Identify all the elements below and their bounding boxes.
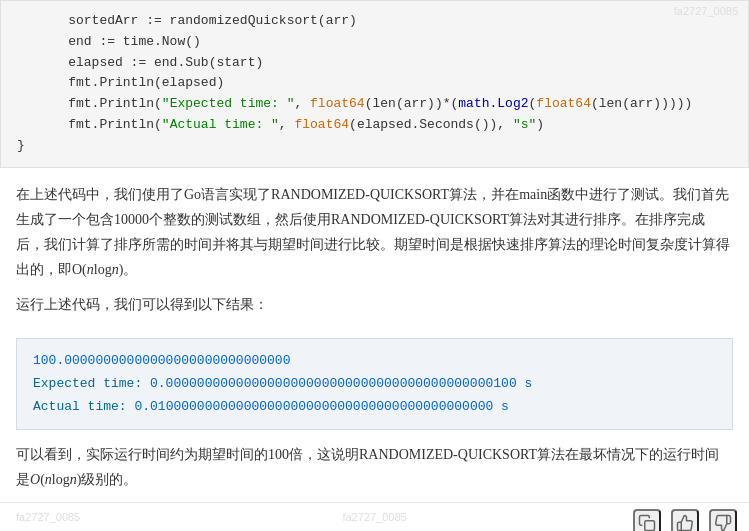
code-line-4: fmt.Println(elapsed) <box>17 73 732 94</box>
output-line-2: Expected time: 0.00000000000000000000000… <box>33 372 716 395</box>
code-line-1: sortedArr := randomizedQuicksort(arr) <box>17 11 732 32</box>
code-line-5: fmt.Println("Expected time: ", float64(l… <box>17 94 732 115</box>
description-section-1: 在上述代码中，我们使用了Go语言实现了RANDOMIZED-QUICKSORT算… <box>0 168 749 338</box>
watermark-bottom-center: fa2727_0085 <box>342 511 406 523</box>
description-text-1: 在上述代码中，我们使用了Go语言实现了RANDOMIZED-QUICKSORT算… <box>16 182 733 283</box>
copy-button[interactable] <box>633 509 661 531</box>
description-text-2: 运行上述代码，我们可以得到以下结果： <box>16 292 733 317</box>
output-value-expected: 0.00000000000000000000000000000000000000… <box>142 376 532 391</box>
output-label-expected: Expected time: <box>33 376 142 391</box>
conclusion-text: 可以看到，实际运行时间约为期望时间的100倍，这说明RANDOMIZED-QUI… <box>16 442 733 492</box>
watermark-bottom-left: fa2727_0085 <box>16 511 80 523</box>
watermark-top-right: fa2727_0085 <box>674 3 738 21</box>
output-line-3: Actual time: 0.0100000000000000000000000… <box>33 395 716 418</box>
output-line-1: 100.00000000000000000000000000000 <box>33 349 716 372</box>
code-block: sortedArr := randomizedQuicksort(arr) en… <box>0 0 749 168</box>
conclusion-section: 可以看到，实际运行时间约为期望时间的100倍，这说明RANDOMIZED-QUI… <box>0 430 749 502</box>
footer-toolbar: fa2727_0085 fa2727_0085 <box>0 502 749 531</box>
output-value-1: 100.00000000000000000000000000000 <box>33 353 290 368</box>
code-line-2: end := time.Now() <box>17 32 732 53</box>
page-container: sortedArr := randomizedQuicksort(arr) en… <box>0 0 749 531</box>
dislike-button[interactable] <box>709 509 737 531</box>
code-line-7: } <box>17 136 732 157</box>
output-block: 100.00000000000000000000000000000 Expect… <box>16 338 733 430</box>
like-button[interactable] <box>671 509 699 531</box>
code-line-6: fmt.Println("Actual time: ", float64(ela… <box>17 115 732 136</box>
output-label-actual: Actual time: <box>33 399 127 414</box>
code-line-3: elapsed := end.Sub(start) <box>17 53 732 74</box>
svg-rect-0 <box>645 521 655 531</box>
output-value-actual: 0.01000000000000000000000000000000000000… <box>127 399 509 414</box>
